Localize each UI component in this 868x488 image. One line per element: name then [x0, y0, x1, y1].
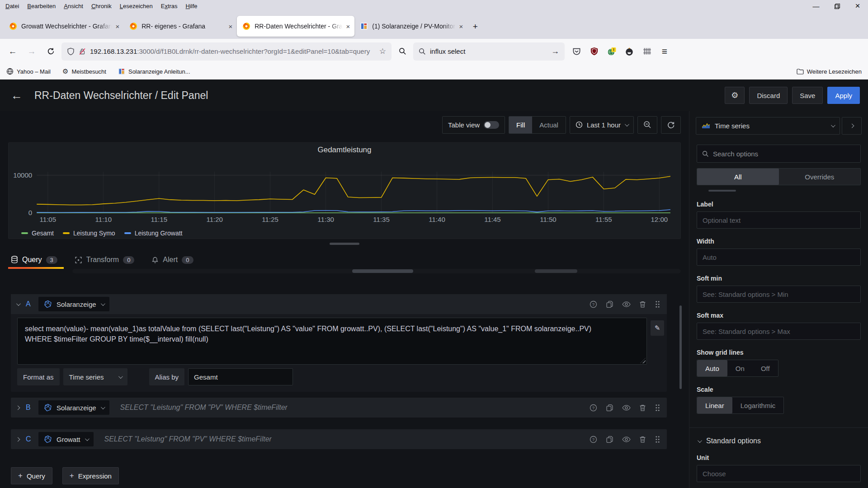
scale-linear-option[interactable]: Linear: [697, 397, 732, 413]
query-area-horizontal-scrollbar[interactable]: [72, 269, 681, 273]
editor-resize-corner[interactable]: [640, 358, 646, 363]
bookmark-solaranzeige[interactable]: Solaranzeige Anleitun...: [118, 68, 190, 75]
options-search-input[interactable]: [713, 150, 855, 158]
shield-permissions-icon[interactable]: [67, 47, 75, 56]
help-icon[interactable]: ?: [590, 300, 597, 308]
help-icon[interactable]: ?: [590, 436, 597, 443]
duplicate-icon[interactable]: [606, 404, 613, 412]
nav-search-button[interactable]: [394, 43, 410, 60]
tab-transform[interactable]: Transform 0: [75, 251, 135, 269]
bookmark-star-icon[interactable]: ☆: [379, 47, 386, 56]
browser-tab-3-active[interactable]: RR-Daten Wechselrichter - Gra ×: [237, 16, 354, 37]
containers-button[interactable]: [640, 44, 654, 59]
ghostery-button[interactable]: [622, 44, 637, 59]
duplicate-icon[interactable]: [606, 436, 613, 443]
drag-grip-icon[interactable]: [655, 404, 660, 412]
soft-min-input[interactable]: [697, 286, 861, 303]
alias-by-input[interactable]: [188, 368, 293, 385]
url-bar[interactable]: 192.168.13.231:3000/d/f1B0Ldrnk/rr-daten…: [61, 42, 392, 61]
add-expression-button[interactable]: +Expression: [62, 467, 119, 484]
unit-select[interactable]: [697, 465, 861, 482]
disable-eye-icon[interactable]: [622, 436, 631, 443]
search-bar[interactable]: →: [413, 42, 565, 61]
drag-grip-icon[interactable]: [655, 300, 660, 308]
add-query-button[interactable]: +Query: [11, 467, 52, 484]
legend-item-leistung-growatt[interactable]: Leistung Growatt: [124, 230, 183, 237]
browser-tab-4[interactable]: (1) Solaranzeige / PV-Monitor ×: [354, 16, 467, 37]
datasource-picker-a[interactable]: Solaranzeige: [38, 297, 109, 311]
zoom-out-button[interactable]: [637, 116, 657, 134]
expand-chevron-icon[interactable]: [16, 437, 20, 441]
apply-button[interactable]: Apply: [827, 87, 860, 104]
time-range-picker[interactable]: Last 1 hour: [570, 116, 634, 134]
window-close-button[interactable]: ×: [847, 0, 868, 12]
visualization-picker[interactable]: Time series: [696, 117, 840, 135]
fill-option[interactable]: Fill: [509, 117, 532, 133]
bookmark-yahoo-mail[interactable]: Yahoo – Mail: [6, 68, 51, 75]
back-button[interactable]: ←: [5, 43, 21, 60]
duplicate-icon[interactable]: [606, 300, 613, 308]
collapse-chevron-icon[interactable]: [16, 301, 21, 306]
disable-eye-icon[interactable]: [622, 404, 631, 411]
tab-close-icon[interactable]: ×: [346, 23, 350, 30]
tab-close-icon[interactable]: ×: [115, 23, 119, 30]
scrollbar-thumb[interactable]: [352, 269, 413, 273]
query-row-a-header[interactable]: A Solaranzeige ?: [11, 294, 667, 314]
tab-overrides[interactable]: Overrides: [779, 169, 861, 185]
discard-button[interactable]: Discard: [749, 87, 788, 104]
grid-off-option[interactable]: Off: [753, 360, 778, 376]
window-restore-button[interactable]: [826, 0, 847, 12]
ublock-button[interactable]: [587, 44, 601, 59]
legend-item-gesamt[interactable]: Gesamt: [21, 230, 54, 237]
panel-settings-button[interactable]: ⚙: [725, 87, 745, 104]
browser-tab-1[interactable]: Growatt Wechselrichter - Grafan ×: [4, 16, 124, 37]
options-search-box[interactable]: [697, 145, 861, 163]
panel-resize-handle[interactable]: [330, 243, 359, 245]
query-row-c[interactable]: C Growatt SELECT "Leistung" FROM "PV" WH…: [11, 429, 667, 449]
new-tab-button[interactable]: +: [467, 19, 483, 34]
axis-width-input[interactable]: [697, 249, 861, 266]
tab-close-icon[interactable]: ×: [228, 23, 232, 30]
table-view-toggle-group[interactable]: Table view: [442, 116, 505, 134]
legend-item-leistung-symo[interactable]: Leistung Symo: [63, 230, 115, 237]
sql-query-editor[interactable]: select mean(value)- mean(value_1)as tota…: [17, 318, 647, 365]
refresh-button[interactable]: [661, 116, 681, 134]
datasource-picker-b[interactable]: Solaranzeige: [38, 400, 109, 415]
menu-ansicht[interactable]: Ansicht: [64, 3, 83, 9]
insecure-lock-icon[interactable]: [79, 47, 86, 56]
query-area-vertical-scrollbar[interactable]: [679, 305, 682, 389]
scrollbar-thumb-secondary[interactable]: [535, 269, 577, 273]
expand-chevron-icon[interactable]: [16, 405, 20, 410]
hamburger-menu-button[interactable]: ≡: [657, 44, 672, 59]
tab-close-icon[interactable]: ×: [459, 23, 463, 30]
tab-query[interactable]: Query 3: [11, 251, 57, 269]
grid-on-option[interactable]: On: [727, 360, 753, 376]
soft-max-input[interactable]: [697, 323, 861, 340]
extension-globe-warning-button[interactable]: !: [604, 44, 619, 59]
table-view-toggle[interactable]: [484, 121, 499, 129]
forward-button[interactable]: →: [24, 43, 40, 60]
drag-grip-icon[interactable]: [655, 436, 660, 443]
reload-button[interactable]: [42, 43, 59, 60]
toggle-text-edit-button[interactable]: ✎: [651, 320, 664, 336]
datasource-picker-c[interactable]: Growatt: [38, 432, 94, 446]
save-button[interactable]: Save: [792, 87, 823, 104]
trash-icon[interactable]: [639, 436, 646, 443]
window-minimize-button[interactable]: —: [806, 0, 826, 12]
browser-tab-2[interactable]: RR- eigenes - Grafana ×: [124, 16, 237, 37]
standard-options-section-header[interactable]: Standard options: [689, 428, 868, 445]
actual-option[interactable]: Actual: [532, 117, 566, 133]
trash-icon[interactable]: [639, 404, 646, 412]
bookmarks-folder-other[interactable]: Weitere Lesezeichen: [797, 68, 862, 75]
grid-auto-option[interactable]: Auto: [697, 360, 727, 376]
menu-extras[interactable]: Extras: [161, 3, 178, 9]
back-arrow-button[interactable]: ←: [11, 89, 23, 103]
search-go-icon[interactable]: →: [551, 47, 559, 56]
pocket-button[interactable]: [569, 44, 584, 59]
menu-hilfe[interactable]: ilfeHilfe: [186, 3, 198, 9]
menu-bearbeiten[interactable]: Bearbeiten: [27, 3, 56, 9]
bookmark-meistbesucht[interactable]: ⚙ Meistbesucht: [62, 67, 106, 75]
axis-label-input[interactable]: [697, 211, 861, 229]
query-row-b[interactable]: B Solaranzeige SELECT "Leistung" FROM "P…: [11, 398, 667, 418]
menu-chronik[interactable]: Chronik: [91, 3, 112, 9]
